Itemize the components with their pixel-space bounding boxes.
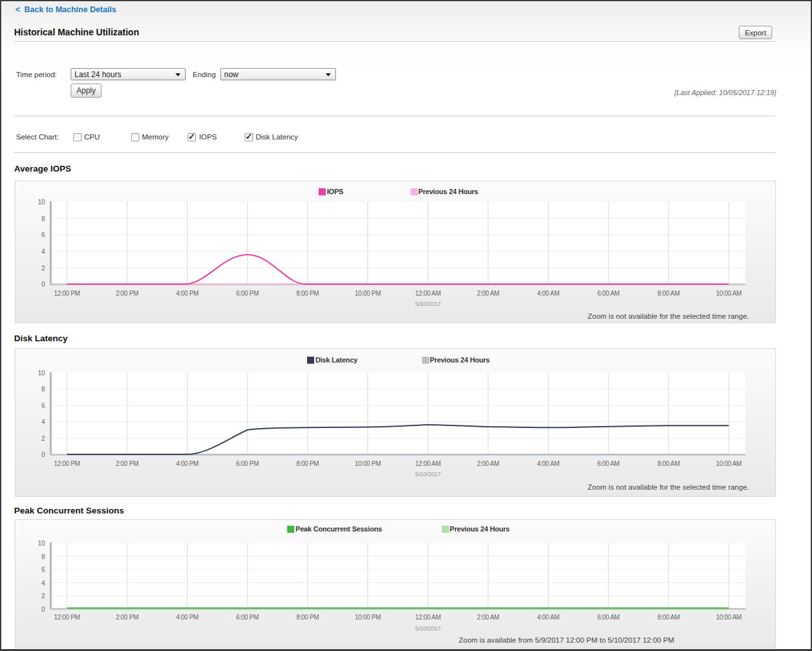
- svg-text:4:00 PM: 4:00 PM: [176, 614, 199, 621]
- svg-text:8:00 PM: 8:00 PM: [296, 614, 319, 621]
- svg-text:2: 2: [41, 435, 45, 442]
- svg-text:6:00 AM: 6:00 AM: [597, 460, 620, 467]
- svg-text:6:00 PM: 6:00 PM: [236, 460, 259, 467]
- svg-text:8: 8: [41, 215, 45, 222]
- svg-text:10:00 PM: 10:00 PM: [355, 290, 380, 297]
- svg-text:8:00 AM: 8:00 AM: [657, 460, 680, 467]
- svg-text:6:00 AM: 6:00 AM: [597, 614, 620, 621]
- svg-text:10: 10: [38, 199, 46, 206]
- svg-text:12:00 AM: 12:00 AM: [415, 290, 441, 297]
- svg-text:10:00 PM: 10:00 PM: [355, 460, 380, 467]
- svg-text:6:00 PM: 6:00 PM: [236, 290, 259, 297]
- svg-text:4:00 PM: 4:00 PM: [176, 460, 199, 467]
- svg-text:4:00 AM: 4:00 AM: [537, 614, 560, 621]
- svg-text:2:00 PM: 2:00 PM: [116, 460, 138, 467]
- svg-text:6: 6: [41, 231, 45, 238]
- svg-text:5/10/2017: 5/10/2017: [415, 625, 441, 632]
- svg-text:12:00 PM: 12:00 PM: [54, 290, 80, 297]
- svg-text:2:00 PM: 2:00 PM: [116, 290, 138, 297]
- svg-text:5/10/2017: 5/10/2017: [415, 470, 441, 477]
- svg-text:12:00 AM: 12:00 AM: [415, 460, 441, 467]
- svg-text:8:00 AM: 8:00 AM: [657, 614, 680, 621]
- svg-text:12:00 AM: 12:00 AM: [415, 614, 441, 621]
- svg-text:0: 0: [41, 281, 45, 288]
- svg-text:2: 2: [41, 593, 45, 600]
- svg-text:2: 2: [41, 265, 45, 272]
- svg-text:5/10/2017: 5/10/2017: [415, 300, 441, 307]
- svg-text:2:00 AM: 2:00 AM: [477, 614, 500, 621]
- svg-text:12:00 PM: 12:00 PM: [54, 614, 80, 621]
- svg-text:10: 10: [38, 370, 46, 377]
- svg-text:10: 10: [38, 540, 46, 547]
- svg-text:2:00 AM: 2:00 AM: [477, 460, 500, 467]
- svg-text:4:00 AM: 4:00 AM: [537, 290, 560, 297]
- svg-text:10:00 AM: 10:00 AM: [716, 460, 741, 467]
- svg-text:0: 0: [41, 451, 45, 458]
- svg-text:8: 8: [41, 553, 45, 560]
- svg-text:8:00 PM: 8:00 PM: [296, 290, 319, 297]
- svg-text:2:00 PM: 2:00 PM: [116, 614, 138, 621]
- svg-text:4: 4: [41, 248, 45, 255]
- svg-text:6: 6: [41, 402, 45, 409]
- svg-text:10:00 AM: 10:00 AM: [716, 290, 741, 297]
- svg-text:6: 6: [41, 566, 45, 573]
- svg-text:4: 4: [41, 418, 45, 425]
- svg-text:10:00 PM: 10:00 PM: [355, 614, 380, 621]
- svg-text:6:00 PM: 6:00 PM: [236, 614, 259, 621]
- svg-text:8: 8: [41, 386, 45, 393]
- svg-text:4:00 PM: 4:00 PM: [176, 290, 199, 297]
- svg-text:12:00 PM: 12:00 PM: [54, 460, 80, 467]
- svg-text:0: 0: [41, 606, 45, 613]
- svg-text:4:00 AM: 4:00 AM: [537, 460, 560, 467]
- svg-text:8:00 PM: 8:00 PM: [296, 460, 319, 467]
- svg-text:6:00 AM: 6:00 AM: [597, 290, 620, 297]
- svg-text:2:00 AM: 2:00 AM: [477, 290, 500, 297]
- svg-text:4: 4: [41, 580, 45, 587]
- svg-text:10:00 AM: 10:00 AM: [716, 614, 741, 621]
- svg-text:8:00 AM: 8:00 AM: [657, 290, 680, 297]
